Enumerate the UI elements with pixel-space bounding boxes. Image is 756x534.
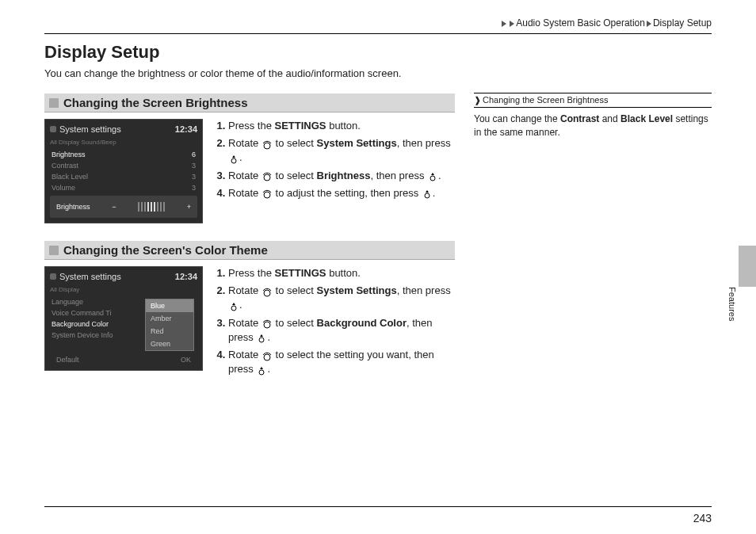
- footer-left: Default: [56, 356, 79, 364]
- footer-right: OK: [181, 356, 191, 364]
- step-text: .: [267, 363, 270, 375]
- press-icon: [256, 333, 267, 342]
- steps-list: Press the SETTINGS button. Rotate to sel…: [214, 266, 455, 380]
- breadcrumb-item: Display Setup: [653, 17, 712, 29]
- dial-icon: [262, 351, 273, 360]
- press-icon: [427, 171, 438, 181]
- step-text: , then press: [397, 284, 451, 296]
- svg-point-10: [264, 354, 270, 360]
- step-text: Rotate: [228, 187, 262, 199]
- step-text: to adjust the setting, then press: [273, 187, 422, 199]
- step: Press the SETTINGS button.: [228, 266, 455, 280]
- screenshot-title: System settings: [59, 124, 121, 134]
- popup-option: Amber: [146, 312, 193, 325]
- svg-point-8: [264, 322, 270, 328]
- step-text: button.: [326, 267, 361, 279]
- section-header: Changing the Screen's Color Theme: [44, 241, 455, 260]
- step: Rotate to select the setting you want, t…: [228, 348, 455, 376]
- svg-point-11: [259, 370, 264, 375]
- rule: [44, 33, 712, 34]
- chapter-tab: Features: [739, 246, 756, 287]
- press-icon: [228, 301, 239, 311]
- step-text: Press the: [228, 267, 275, 279]
- slider-label: Brightness: [56, 203, 90, 211]
- section-title: Changing the Screen Brightness: [63, 96, 248, 109]
- minus-icon: −: [112, 203, 116, 211]
- side-text-span: and: [599, 113, 620, 124]
- step-strong: Brightness: [317, 170, 371, 181]
- screenshot-brightness: System settings 12:34 All Display Sound/…: [44, 119, 203, 223]
- step-text: Press the: [228, 120, 275, 132]
- section-header: Changing the Screen Brightness: [44, 93, 455, 113]
- step: Rotate to select System Settings, then p…: [228, 284, 455, 312]
- step-text: to select: [273, 317, 317, 329]
- step-text: .: [239, 299, 242, 311]
- chapter-tab-label: Features: [727, 287, 737, 321]
- step-strong: Background Color: [317, 317, 407, 329]
- rule: [44, 506, 712, 507]
- step-text: Rotate: [228, 349, 262, 360]
- step-text: button.: [326, 120, 361, 132]
- screenshot-slider: Brightness − +: [50, 196, 197, 218]
- chevron-right-icon: [502, 21, 506, 27]
- screenshot-title: System settings: [59, 272, 121, 281]
- step-text: .: [239, 151, 242, 163]
- square-bullet-icon: [49, 246, 59, 255]
- step-text: Rotate: [228, 137, 262, 149]
- side-text-strong: Black Level: [620, 113, 673, 124]
- step: Rotate to select Background Color, then …: [228, 316, 455, 345]
- screenshot-clock: 12:34: [175, 124, 197, 134]
- dial-icon: [262, 139, 273, 149]
- svg-point-5: [425, 193, 430, 198]
- step-text: .: [433, 187, 436, 199]
- side-column: ❱Changing the Screen Brightness You can …: [474, 67, 712, 397]
- slider-ticks: [138, 202, 165, 212]
- step-text: , then press: [370, 170, 427, 181]
- step-text: to select: [273, 170, 317, 181]
- svg-point-6: [264, 290, 270, 296]
- step-strong: System Settings: [317, 284, 397, 296]
- screenshot-tabs: All Display: [50, 286, 197, 293]
- press-icon: [256, 365, 267, 375]
- popup-option: Green: [146, 338, 193, 350]
- screenshot-row: Brightness6: [50, 149, 197, 160]
- step: Press the SETTINGS button.: [228, 119, 455, 133]
- dial-icon: [262, 171, 273, 181]
- intro-text: You can change the brightness or color t…: [44, 67, 455, 79]
- plus-icon: +: [187, 203, 191, 211]
- side-note-header: ❱Changing the Screen Brightness: [474, 93, 712, 108]
- note-icon: ❱: [474, 95, 481, 105]
- square-bullet-icon: [49, 98, 59, 108]
- breadcrumb: Audio System Basic OperationDisplay Setu…: [44, 17, 712, 29]
- step-text: .: [267, 331, 270, 343]
- screenshot-row: Contrast3: [50, 160, 197, 171]
- step-strong: System Settings: [317, 137, 397, 149]
- page-title: Display Setup: [44, 42, 712, 63]
- step-text: Rotate: [228, 317, 262, 329]
- chevron-right-icon: [510, 21, 514, 27]
- gear-icon: [50, 273, 56, 280]
- step-text: Rotate: [228, 284, 262, 296]
- press-icon: [228, 154, 239, 163]
- step-strong: SETTINGS: [275, 120, 326, 132]
- side-note-title: Changing the Screen Brightness: [483, 95, 608, 105]
- svg-point-3: [430, 176, 435, 181]
- step-text: to select: [273, 137, 317, 149]
- step-text: to select: [273, 284, 317, 296]
- chevron-right-icon: [647, 21, 651, 27]
- step: Rotate to select System Settings, then p…: [228, 136, 455, 165]
- step-strong: SETTINGS: [275, 267, 326, 279]
- svg-point-4: [264, 192, 270, 198]
- page-number: 243: [693, 512, 712, 524]
- popup-option: Blue: [146, 299, 193, 312]
- step: Rotate to adjust the setting, then press…: [228, 186, 455, 200]
- side-text-span: You can change the: [474, 113, 560, 124]
- screenshot-popup: BlueAmberRedGreen: [145, 299, 194, 351]
- svg-point-2: [264, 174, 270, 181]
- screenshot-row: Black Level3: [50, 171, 197, 182]
- popup-option: Red: [146, 325, 193, 338]
- svg-point-0: [264, 143, 270, 149]
- svg-point-1: [231, 158, 236, 163]
- dial-icon: [262, 318, 273, 328]
- steps-list: Press the SETTINGS button. Rotate to sel…: [214, 119, 455, 223]
